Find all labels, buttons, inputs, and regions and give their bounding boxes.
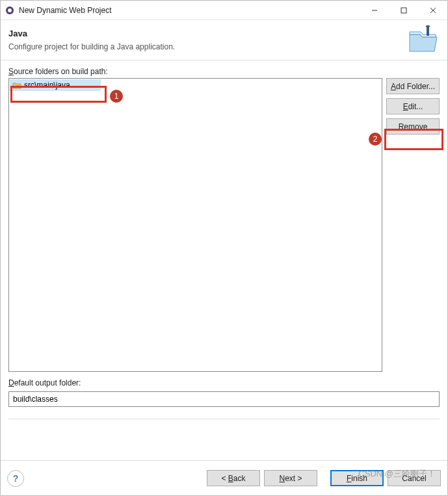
source-folders-label: Source folders on build path: bbox=[8, 67, 440, 76]
list-item-label: src\main\java bbox=[24, 81, 70, 90]
maximize-button[interactable] bbox=[389, 1, 418, 20]
cancel-button[interactable]: Cancel bbox=[388, 470, 441, 486]
add-folder-button[interactable]: Add Folder... bbox=[386, 78, 440, 94]
side-buttons: Add Folder... Edit... Remove bbox=[386, 78, 440, 372]
svg-rect-3 bbox=[401, 8, 406, 13]
window-controls bbox=[360, 1, 447, 20]
minimize-button[interactable] bbox=[360, 1, 389, 20]
page-subtitle: Configure project for building a Java ap… bbox=[8, 42, 407, 51]
wizard-banner: Java Configure project for building a Ja… bbox=[1, 20, 447, 60]
svg-point-7 bbox=[17, 85, 20, 88]
page-title: Java bbox=[8, 29, 407, 38]
package-folder-icon bbox=[12, 81, 21, 89]
divider bbox=[8, 419, 440, 419]
close-button[interactable] bbox=[418, 1, 447, 20]
list-item[interactable]: src\main\java bbox=[10, 79, 101, 91]
source-folders-list[interactable]: src\main\java bbox=[8, 78, 382, 372]
back-button[interactable]: < Back bbox=[207, 470, 260, 486]
wizard-content: Source folders on build path: src\main\j… bbox=[1, 60, 447, 422]
remove-button[interactable]: Remove bbox=[386, 118, 440, 135]
app-icon bbox=[1, 6, 19, 15]
help-button[interactable]: ? bbox=[7, 470, 24, 487]
window-title: New Dynamic Web Project bbox=[19, 6, 360, 15]
edit-button[interactable]: Edit... bbox=[386, 98, 440, 114]
finish-button[interactable]: Finish bbox=[330, 470, 384, 486]
svg-rect-6 bbox=[427, 27, 429, 36]
default-output-label: Default output folder: bbox=[8, 378, 440, 387]
folder-banner-icon bbox=[407, 25, 440, 55]
default-output-input[interactable] bbox=[8, 391, 440, 407]
svg-point-1 bbox=[8, 8, 12, 12]
next-button[interactable]: Next > bbox=[264, 470, 317, 486]
wizard-footer: ? < Back Next > Finish Cancel bbox=[1, 460, 447, 495]
title-bar: New Dynamic Web Project bbox=[1, 1, 447, 20]
